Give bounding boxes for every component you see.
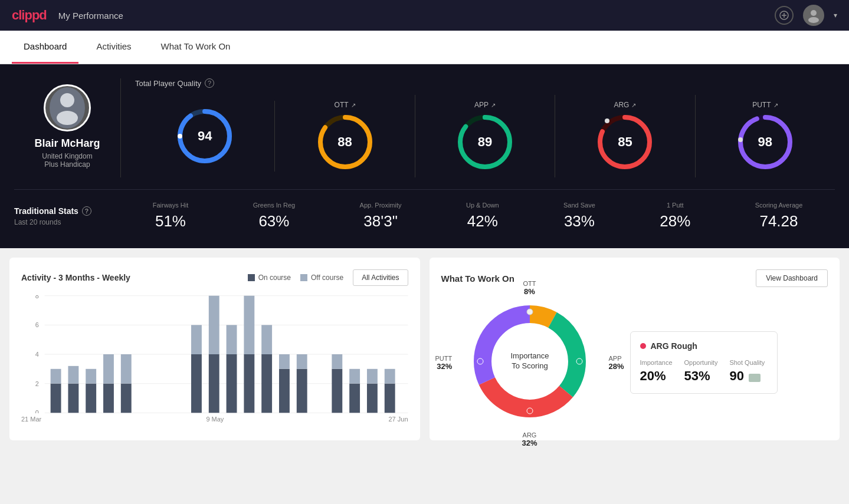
info-card-title: ARG Rough bbox=[640, 341, 768, 351]
svg-rect-47 bbox=[227, 325, 237, 354]
gauge-putt-value: 98 bbox=[758, 134, 772, 150]
svg-text:2: 2 bbox=[35, 380, 39, 387]
legend-off-course-dot bbox=[300, 274, 307, 281]
svg-rect-44 bbox=[209, 354, 219, 413]
wtwon-title: What To Work On bbox=[441, 274, 514, 284]
svg-rect-40 bbox=[121, 384, 132, 413]
svg-point-3 bbox=[811, 10, 817, 16]
player-avatar bbox=[44, 84, 91, 131]
svg-rect-50 bbox=[261, 354, 272, 413]
svg-rect-57 bbox=[332, 354, 342, 369]
metric-putt: PUTT ↗ 98 bbox=[696, 95, 835, 177]
chart-x-labels: 21 Mar 9 May 27 Jun bbox=[21, 413, 408, 423]
svg-rect-61 bbox=[367, 369, 378, 384]
metric-total-quality: 94 bbox=[135, 101, 275, 172]
player-name: Blair McHarg bbox=[34, 137, 100, 150]
svg-rect-38 bbox=[103, 384, 114, 413]
gauge-arg-value: 85 bbox=[618, 134, 632, 150]
svg-rect-36 bbox=[86, 384, 96, 413]
what-to-work-on-panel: What To Work On View Dashboard bbox=[430, 258, 840, 440]
tab-activities[interactable]: Activities bbox=[84, 31, 143, 64]
nav-title: My Performance bbox=[58, 11, 123, 21]
arg-label: ARG ↗ bbox=[614, 101, 636, 109]
gauge-total-value: 94 bbox=[198, 129, 212, 144]
svg-rect-45 bbox=[209, 296, 219, 354]
svg-rect-39 bbox=[103, 354, 114, 384]
x-label-2: 9 May bbox=[206, 416, 224, 423]
svg-text:To Scoring: To Scoring bbox=[512, 361, 548, 370]
stat-1putt: 1 Putt 28% bbox=[660, 202, 690, 230]
svg-rect-56 bbox=[332, 369, 342, 413]
x-label-3: 27 Jun bbox=[388, 416, 408, 423]
total-quality-label: Total Player Quality ? bbox=[135, 78, 835, 88]
svg-rect-49 bbox=[244, 296, 254, 354]
stat-fairways: Fairways Hit 51% bbox=[153, 202, 189, 230]
shot-quality-swatch bbox=[749, 374, 761, 382]
x-label-1: 21 Mar bbox=[21, 416, 41, 423]
svg-rect-54 bbox=[297, 369, 307, 413]
stat-greens: Greens In Reg 63% bbox=[253, 202, 296, 230]
svg-rect-62 bbox=[385, 384, 395, 413]
user-avatar[interactable] bbox=[803, 5, 824, 26]
svg-point-74 bbox=[477, 358, 483, 364]
info-card-metrics: Importance 20% Opportunity 53% Shot Qual… bbox=[640, 359, 768, 384]
stat-up-down: Up & Down 42% bbox=[466, 202, 499, 230]
trad-stats-subtitle: Last 20 rounds bbox=[14, 218, 120, 226]
info-shot-quality: Shot Quality 90 bbox=[729, 359, 765, 384]
svg-text:6: 6 bbox=[35, 321, 39, 328]
trad-stats-label: Traditional Stats ? Last 20 rounds bbox=[14, 206, 120, 226]
svg-point-7 bbox=[57, 111, 78, 125]
ott-label: OTT ↗ bbox=[335, 101, 356, 109]
svg-rect-35 bbox=[68, 366, 78, 384]
player-info: Blair McHarg United Kingdom Plus Handica… bbox=[14, 78, 120, 169]
svg-rect-37 bbox=[86, 369, 96, 384]
svg-point-71 bbox=[527, 309, 533, 315]
svg-point-6 bbox=[60, 93, 74, 107]
svg-text:0: 0 bbox=[35, 409, 39, 413]
total-quality-help-icon[interactable]: ? bbox=[205, 78, 214, 88]
top-nav: clippd My Performance ▾ bbox=[0, 0, 849, 31]
info-card: ARG Rough Importance 20% Opportunity 53%… bbox=[630, 331, 778, 394]
tab-dashboard[interactable]: Dashboard bbox=[12, 31, 78, 64]
svg-rect-42 bbox=[191, 354, 202, 413]
trad-metrics-row: Fairways Hit 51% Greens In Reg 63% App. … bbox=[120, 202, 835, 230]
legend-on-course-dot bbox=[248, 274, 255, 281]
svg-rect-63 bbox=[385, 369, 395, 384]
svg-rect-48 bbox=[244, 354, 254, 413]
gauge-total: 94 bbox=[175, 107, 234, 166]
traditional-stats: Traditional Stats ? Last 20 rounds Fairw… bbox=[14, 189, 835, 230]
metric-arg: ARG ↗ 85 bbox=[555, 95, 695, 177]
metrics-row: 94 OTT ↗ 88 bbox=[135, 95, 835, 177]
tab-what-to-work-on[interactable]: What To Work On bbox=[149, 31, 242, 64]
stat-proximity: App. Proximity 38'3" bbox=[360, 202, 402, 230]
svg-rect-60 bbox=[367, 384, 378, 413]
player-country: United Kingdom bbox=[42, 152, 92, 160]
svg-rect-33 bbox=[51, 369, 61, 384]
donut-label-arg: ARG 32% bbox=[522, 431, 537, 447]
metric-ott: OTT ↗ 88 bbox=[275, 95, 415, 177]
trad-stats-title: Traditional Stats ? bbox=[14, 206, 120, 216]
add-button[interactable] bbox=[775, 6, 794, 25]
activity-chart-panel: Activity - 3 Months - Weekly On course O… bbox=[9, 258, 420, 440]
putt-label: PUTT ↗ bbox=[752, 101, 778, 109]
svg-rect-41 bbox=[121, 354, 132, 384]
svg-point-4 bbox=[808, 17, 819, 23]
app-logo: clippd bbox=[12, 8, 47, 23]
donut-label-ott: OTT 8% bbox=[523, 280, 536, 296]
view-dashboard-button[interactable]: View Dashboard bbox=[756, 269, 828, 287]
gauge-ott-value: 88 bbox=[337, 134, 352, 150]
legend-off-course: Off course bbox=[300, 274, 343, 282]
svg-text:Importance: Importance bbox=[510, 351, 549, 360]
donut-label-putt: PUTT 32% bbox=[435, 355, 453, 371]
app-label: APP ↗ bbox=[474, 101, 496, 109]
chart-legend: On course Off course bbox=[248, 274, 344, 282]
svg-text:4: 4 bbox=[35, 351, 39, 358]
svg-rect-51 bbox=[261, 325, 272, 354]
svg-rect-43 bbox=[191, 325, 202, 354]
trad-stats-help-icon[interactable]: ? bbox=[82, 206, 91, 216]
hero-metrics: Total Player Quality ? 94 bbox=[120, 78, 835, 177]
donut-chart-wrapper: Importance To Scoring OTT 8% bbox=[465, 297, 595, 429]
info-opportunity: Opportunity 53% bbox=[684, 359, 718, 384]
svg-rect-46 bbox=[227, 354, 237, 413]
all-activities-button[interactable]: All Activities bbox=[353, 269, 408, 286]
